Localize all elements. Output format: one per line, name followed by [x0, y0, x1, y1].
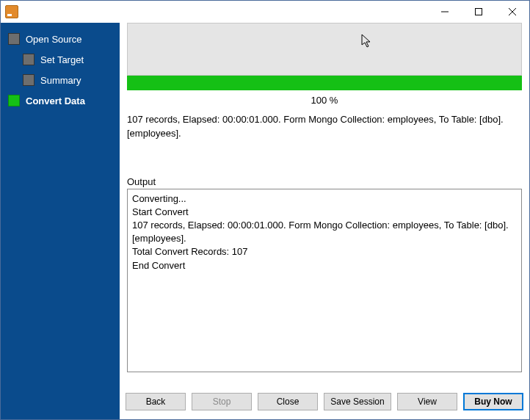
sidebar-item-label: Summary [40, 75, 81, 86]
titlebar [1, 1, 529, 23]
step-icon [8, 95, 20, 106]
content: 100 % 107 records, Elapsed: 00:00:01.000… [120, 23, 529, 385]
window-controls [428, 1, 529, 23]
back-button[interactable]: Back [126, 393, 186, 410]
cursor-icon [361, 34, 373, 48]
close-window-button[interactable] [495, 1, 529, 23]
sidebar-item-set-target[interactable]: Set Target [1, 49, 120, 70]
status-text: 107 records, Elapsed: 00:00:01.000. Form… [127, 113, 522, 141]
button-row: Back Stop Close Save Session View Buy No… [120, 385, 529, 419]
progress-percent-label: 100 % [127, 90, 522, 113]
svg-rect-1 [476, 9, 482, 15]
buy-now-button[interactable]: Buy Now [463, 393, 523, 410]
sidebar-item-label: Open Source [26, 34, 82, 45]
close-button[interactable]: Close [258, 393, 318, 410]
output-label: Output [127, 176, 522, 189]
app-window: Open Source Set Target Summary Convert D… [0, 0, 530, 420]
sidebar-item-label: Convert Data [26, 95, 85, 106]
sidebar-item-label: Set Target [40, 54, 84, 65]
step-icon [23, 74, 35, 86]
stop-button[interactable]: Stop [192, 393, 252, 410]
save-session-button[interactable]: Save Session [324, 393, 391, 410]
maximize-button[interactable] [462, 1, 495, 23]
progress-section: 100 % [127, 76, 522, 113]
progress-bar [127, 76, 522, 90]
view-button[interactable]: View [397, 393, 457, 410]
main-panel: 100 % 107 records, Elapsed: 00:00:01.000… [120, 23, 529, 419]
sidebar-item-convert-data[interactable]: Convert Data [1, 90, 120, 111]
step-icon [8, 33, 20, 45]
sidebar: Open Source Set Target Summary Convert D… [1, 23, 120, 419]
step-icon [23, 54, 35, 65]
sidebar-item-open-source[interactable]: Open Source [1, 29, 120, 49]
minimize-button[interactable] [428, 1, 462, 23]
app-icon [5, 5, 18, 18]
window-body: Open Source Set Target Summary Convert D… [1, 23, 529, 419]
sidebar-item-summary[interactable]: Summary [1, 70, 120, 90]
header-panel [127, 23, 522, 76]
output-textarea[interactable]: Converting...Start Convert107 records, E… [127, 189, 522, 372]
